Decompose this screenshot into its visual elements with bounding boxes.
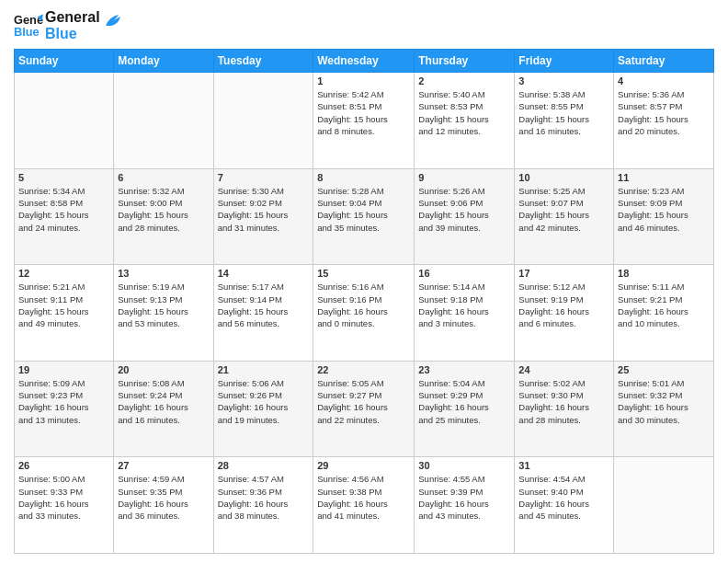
page: General Blue General Blue SundayMondayTu… — [0, 0, 728, 563]
day-cell-27: 27Sunrise: 4:59 AMSunset: 9:35 PMDayligh… — [114, 457, 213, 554]
day-info: Sunrise: 5:40 AMSunset: 8:53 PMDaylight:… — [418, 88, 510, 137]
weekday-header-wednesday: Wednesday — [313, 50, 415, 73]
day-info: Sunrise: 5:19 AMSunset: 9:13 PMDaylight:… — [118, 281, 209, 329]
day-number: 25 — [618, 364, 710, 375]
day-number: 26 — [18, 460, 109, 471]
week-row-3: 12Sunrise: 5:21 AMSunset: 9:11 PMDayligh… — [15, 265, 714, 362]
day-cell-23: 23Sunrise: 5:04 AMSunset: 9:29 PMDayligh… — [415, 361, 515, 457]
day-info: Sunrise: 5:36 AMSunset: 8:57 PMDaylight:… — [618, 88, 710, 137]
day-info: Sunrise: 5:14 AMSunset: 9:18 PMDaylight:… — [418, 281, 510, 329]
logo-bird-icon — [102, 11, 122, 31]
day-info: Sunrise: 5:16 AMSunset: 9:16 PMDaylight:… — [317, 281, 410, 329]
day-cell-20: 20Sunrise: 5:08 AMSunset: 9:24 PMDayligh… — [114, 361, 213, 457]
day-number: 31 — [518, 460, 609, 471]
day-cell-8: 8Sunrise: 5:28 AMSunset: 9:04 PMDaylight… — [313, 168, 415, 265]
weekday-header-sunday: Sunday — [15, 50, 114, 73]
day-info: Sunrise: 5:26 AMSunset: 9:06 PMDaylight:… — [418, 185, 510, 234]
day-cell-15: 15Sunrise: 5:16 AMSunset: 9:16 PMDayligh… — [313, 265, 415, 362]
day-number: 16 — [418, 268, 510, 279]
header: General Blue General Blue — [14, 9, 714, 41]
day-info: Sunrise: 4:56 AMSunset: 9:38 PMDaylight:… — [317, 473, 410, 522]
day-info: Sunrise: 5:02 AMSunset: 9:30 PMDaylight:… — [518, 377, 609, 426]
day-number: 10 — [518, 172, 609, 183]
day-number: 18 — [618, 268, 710, 279]
day-info: Sunrise: 4:54 AMSunset: 9:40 PMDaylight:… — [518, 473, 609, 522]
week-row-1: 1Sunrise: 5:42 AMSunset: 8:51 PMDaylight… — [15, 73, 714, 169]
day-number: 24 — [518, 364, 609, 375]
day-cell-22: 22Sunrise: 5:05 AMSunset: 9:27 PMDayligh… — [313, 361, 415, 457]
day-cell-9: 9Sunrise: 5:26 AMSunset: 9:06 PMDaylight… — [415, 168, 515, 265]
day-info: Sunrise: 5:21 AMSunset: 9:11 PMDaylight:… — [18, 281, 109, 329]
day-number: 27 — [118, 460, 209, 471]
day-number: 3 — [518, 75, 609, 86]
day-number: 11 — [618, 172, 710, 183]
day-cell-3: 3Sunrise: 5:38 AMSunset: 8:55 PMDaylight… — [515, 73, 614, 169]
day-cell-2: 2Sunrise: 5:40 AMSunset: 8:53 PMDaylight… — [415, 73, 515, 169]
day-info: Sunrise: 5:38 AMSunset: 8:55 PMDaylight:… — [518, 88, 609, 137]
day-cell-29: 29Sunrise: 4:56 AMSunset: 9:38 PMDayligh… — [313, 457, 415, 554]
day-info: Sunrise: 4:59 AMSunset: 9:35 PMDaylight:… — [118, 473, 209, 522]
day-info: Sunrise: 5:25 AMSunset: 9:07 PMDaylight:… — [518, 185, 609, 234]
day-info: Sunrise: 5:42 AMSunset: 8:51 PMDaylight:… — [317, 88, 410, 137]
day-cell-24: 24Sunrise: 5:02 AMSunset: 9:30 PMDayligh… — [515, 361, 614, 457]
day-info: Sunrise: 5:04 AMSunset: 9:29 PMDaylight:… — [418, 377, 510, 426]
logo: General Blue General Blue — [14, 9, 122, 41]
day-info: Sunrise: 5:05 AMSunset: 9:27 PMDaylight:… — [317, 377, 410, 426]
day-info: Sunrise: 5:30 AMSunset: 9:02 PMDaylight:… — [218, 185, 310, 234]
day-cell-25: 25Sunrise: 5:01 AMSunset: 9:32 PMDayligh… — [614, 361, 714, 457]
day-number: 30 — [418, 460, 510, 471]
day-cell-12: 12Sunrise: 5:21 AMSunset: 9:11 PMDayligh… — [15, 265, 114, 362]
day-info: Sunrise: 5:28 AMSunset: 9:04 PMDaylight:… — [317, 185, 410, 234]
day-info: Sunrise: 5:12 AMSunset: 9:19 PMDaylight:… — [518, 281, 609, 329]
day-info: Sunrise: 5:09 AMSunset: 9:23 PMDaylight:… — [18, 377, 109, 426]
day-number: 13 — [118, 268, 209, 279]
weekday-header-thursday: Thursday — [415, 50, 515, 73]
empty-cell — [114, 73, 213, 169]
day-number: 8 — [317, 172, 410, 183]
day-number: 5 — [18, 172, 109, 183]
day-number: 4 — [618, 75, 710, 86]
day-number: 29 — [317, 460, 410, 471]
day-cell-16: 16Sunrise: 5:14 AMSunset: 9:18 PMDayligh… — [415, 265, 515, 362]
day-number: 2 — [418, 75, 510, 86]
day-number: 23 — [418, 364, 510, 375]
day-cell-19: 19Sunrise: 5:09 AMSunset: 9:23 PMDayligh… — [15, 361, 114, 457]
empty-cell — [15, 73, 114, 169]
day-number: 9 — [418, 172, 510, 183]
weekday-header-saturday: Saturday — [614, 50, 714, 73]
day-info: Sunrise: 5:08 AMSunset: 9:24 PMDaylight:… — [118, 377, 209, 426]
day-info: Sunrise: 4:57 AMSunset: 9:36 PMDaylight:… — [218, 473, 310, 522]
day-cell-4: 4Sunrise: 5:36 AMSunset: 8:57 PMDaylight… — [614, 73, 714, 169]
day-info: Sunrise: 5:06 AMSunset: 9:26 PMDaylight:… — [218, 377, 310, 426]
logo-general: General — [45, 9, 100, 26]
day-cell-10: 10Sunrise: 5:25 AMSunset: 9:07 PMDayligh… — [515, 168, 614, 265]
day-cell-6: 6Sunrise: 5:32 AMSunset: 9:00 PMDaylight… — [114, 168, 213, 265]
day-number: 28 — [218, 460, 310, 471]
weekday-header-friday: Friday — [515, 50, 614, 73]
day-cell-28: 28Sunrise: 4:57 AMSunset: 9:36 PMDayligh… — [213, 457, 313, 554]
day-cell-31: 31Sunrise: 4:54 AMSunset: 9:40 PMDayligh… — [515, 457, 614, 554]
day-number: 17 — [518, 268, 609, 279]
day-cell-30: 30Sunrise: 4:55 AMSunset: 9:39 PMDayligh… — [415, 457, 515, 554]
week-row-5: 26Sunrise: 5:00 AMSunset: 9:33 PMDayligh… — [15, 457, 714, 554]
day-number: 20 — [118, 364, 209, 375]
empty-cell — [213, 73, 313, 169]
day-cell-11: 11Sunrise: 5:23 AMSunset: 9:09 PMDayligh… — [614, 168, 714, 265]
day-number: 15 — [317, 268, 410, 279]
week-row-4: 19Sunrise: 5:09 AMSunset: 9:23 PMDayligh… — [15, 361, 714, 457]
day-number: 19 — [18, 364, 109, 375]
day-cell-26: 26Sunrise: 5:00 AMSunset: 9:33 PMDayligh… — [15, 457, 114, 554]
day-info: Sunrise: 5:32 AMSunset: 9:00 PMDaylight:… — [118, 185, 209, 234]
day-cell-7: 7Sunrise: 5:30 AMSunset: 9:02 PMDaylight… — [213, 168, 313, 265]
day-cell-13: 13Sunrise: 5:19 AMSunset: 9:13 PMDayligh… — [114, 265, 213, 362]
day-info: Sunrise: 5:23 AMSunset: 9:09 PMDaylight:… — [618, 185, 710, 234]
day-info: Sunrise: 5:00 AMSunset: 9:33 PMDaylight:… — [18, 473, 109, 522]
logo-icon: General Blue — [14, 11, 43, 40]
weekday-header-monday: Monday — [114, 50, 213, 73]
day-info: Sunrise: 5:01 AMSunset: 9:32 PMDaylight:… — [618, 377, 710, 426]
day-number: 7 — [218, 172, 310, 183]
day-info: Sunrise: 5:34 AMSunset: 8:58 PMDaylight:… — [18, 185, 109, 234]
day-cell-18: 18Sunrise: 5:11 AMSunset: 9:21 PMDayligh… — [614, 265, 714, 362]
day-cell-14: 14Sunrise: 5:17 AMSunset: 9:14 PMDayligh… — [213, 265, 313, 362]
day-cell-5: 5Sunrise: 5:34 AMSunset: 8:58 PMDaylight… — [15, 168, 114, 265]
